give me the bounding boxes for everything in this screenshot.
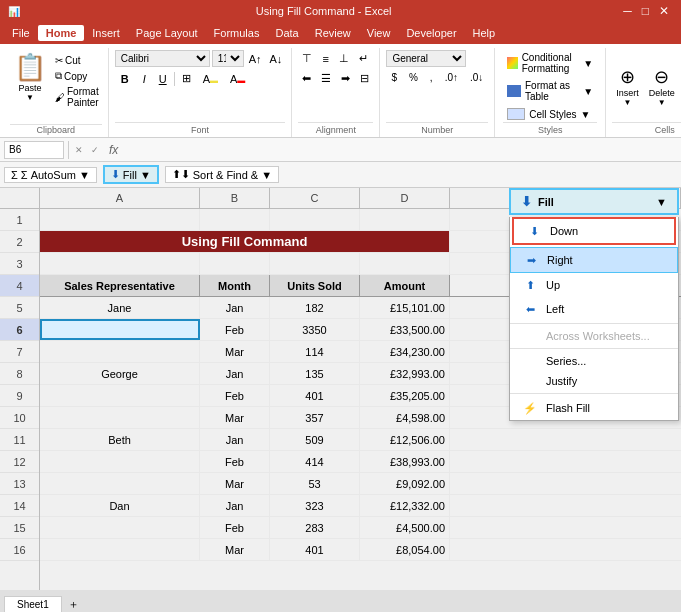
cell-3a[interactable]: [40, 253, 200, 274]
cell-14c[interactable]: 323: [270, 495, 360, 516]
cell-1c[interactable]: [270, 209, 360, 230]
cell-5b[interactable]: Jan: [200, 297, 270, 318]
merge-button[interactable]: ⊟: [356, 70, 373, 87]
cell-13d[interactable]: £9,092.00: [360, 473, 450, 494]
font-color-button[interactable]: A▬: [225, 71, 250, 87]
cell-1a[interactable]: [40, 209, 200, 230]
align-middle-button[interactable]: ≡: [318, 50, 332, 67]
cell-15c[interactable]: 283: [270, 517, 360, 538]
decrease-decimal-button[interactable]: .0↓: [465, 70, 488, 85]
cell-16b[interactable]: Mar: [200, 539, 270, 560]
fill-series-item[interactable]: Series...: [510, 351, 678, 371]
decrease-font-button[interactable]: A↓: [267, 52, 286, 66]
comma-button[interactable]: ,: [425, 70, 438, 85]
autosum-button[interactable]: Σ Σ AutoSum ▼: [4, 167, 97, 183]
menu-page-layout[interactable]: Page Layout: [128, 25, 206, 41]
cell-12e[interactable]: [450, 451, 681, 472]
cell-10d[interactable]: £4,598.00: [360, 407, 450, 428]
underline-button[interactable]: U: [154, 71, 172, 87]
bold-button[interactable]: B: [115, 71, 135, 87]
cell-9d[interactable]: £35,205.00: [360, 385, 450, 406]
cell-6d[interactable]: £33,500.00: [360, 319, 450, 340]
cell-15a[interactable]: [40, 517, 200, 538]
menu-formulas[interactable]: Formulas: [206, 25, 268, 41]
cell-9b[interactable]: Feb: [200, 385, 270, 406]
percent-button[interactable]: %: [404, 70, 423, 85]
cell-7a[interactable]: [40, 341, 200, 362]
cell-9c[interactable]: 401: [270, 385, 360, 406]
align-center-button[interactable]: ☰: [317, 70, 335, 87]
border-button[interactable]: ⊞: [177, 70, 196, 87]
number-format-select[interactable]: General: [386, 50, 466, 67]
cell-16d[interactable]: £8,054.00: [360, 539, 450, 560]
sheet-tab-1[interactable]: Sheet1: [4, 596, 62, 612]
increase-decimal-button[interactable]: .0↑: [440, 70, 463, 85]
close-button[interactable]: ✕: [655, 4, 673, 18]
fill-down-item[interactable]: ⬇ Down: [512, 217, 676, 245]
fill-up-item[interactable]: ⬆ Up: [510, 273, 678, 297]
cell-10c[interactable]: 357: [270, 407, 360, 428]
fill-right-item[interactable]: ➡ Right: [510, 247, 678, 273]
cell-15d[interactable]: £4,500.00: [360, 517, 450, 538]
title-cell[interactable]: Using Fill Command: [40, 231, 450, 252]
cell-14d[interactable]: £12,332.00: [360, 495, 450, 516]
cell-8b[interactable]: Jan: [200, 363, 270, 384]
cell-3c[interactable]: [270, 253, 360, 274]
cell-13c[interactable]: 53: [270, 473, 360, 494]
cell-14b[interactable]: Jan: [200, 495, 270, 516]
cell-10a[interactable]: [40, 407, 200, 428]
cell-styles-button[interactable]: Cell Styles ▼: [503, 106, 597, 122]
cell-14e[interactable]: [450, 495, 681, 516]
align-bottom-button[interactable]: ⊥: [335, 50, 353, 67]
cell-9a[interactable]: [40, 385, 200, 406]
cell-8d[interactable]: £32,993.00: [360, 363, 450, 384]
cell-13e[interactable]: [450, 473, 681, 494]
header-cell-sales[interactable]: Sales Representative: [40, 275, 200, 296]
cell-5d[interactable]: £15,101.00: [360, 297, 450, 318]
menu-review[interactable]: Review: [307, 25, 359, 41]
add-sheet-button[interactable]: ＋: [64, 597, 83, 612]
cell-11b[interactable]: Jan: [200, 429, 270, 450]
cell-7b[interactable]: Mar: [200, 341, 270, 362]
header-cell-amount[interactable]: Amount: [360, 275, 450, 296]
cell-3b[interactable]: [200, 253, 270, 274]
fill-button[interactable]: ⬇ Fill ▼: [103, 165, 159, 184]
align-top-button[interactable]: ⊤: [298, 50, 316, 67]
fill-left-item[interactable]: ⬅ Left: [510, 297, 678, 321]
menu-view[interactable]: View: [359, 25, 399, 41]
menu-developer[interactable]: Developer: [398, 25, 464, 41]
cell-10b[interactable]: Mar: [200, 407, 270, 428]
cell-11a[interactable]: Beth: [40, 429, 200, 450]
cell-1b[interactable]: [200, 209, 270, 230]
cell-11c[interactable]: 509: [270, 429, 360, 450]
cell-12c[interactable]: 414: [270, 451, 360, 472]
cut-button[interactable]: ✂Cut: [52, 54, 102, 67]
cell-11e[interactable]: [450, 429, 681, 450]
currency-button[interactable]: $: [386, 70, 402, 85]
conditional-formatting-button[interactable]: Conditional Formatting ▼: [503, 50, 597, 76]
font-family-select[interactable]: Calibri: [115, 50, 210, 67]
delete-cells-button[interactable]: ⊖ Delete ▼: [645, 64, 679, 109]
increase-font-button[interactable]: A↑: [246, 52, 265, 66]
fill-color-button[interactable]: A▬: [198, 71, 223, 87]
cell-15e[interactable]: [450, 517, 681, 538]
italic-button[interactable]: I: [137, 71, 152, 87]
formula-input[interactable]: [126, 144, 677, 156]
format-painter-button[interactable]: 🖌Format Painter: [52, 85, 102, 109]
fill-justify-item[interactable]: Justify: [510, 371, 678, 391]
fill-dropdown-header[interactable]: ⬇ Fill ▼: [509, 188, 679, 215]
cell-5c[interactable]: 182: [270, 297, 360, 318]
cell-14a[interactable]: Dan: [40, 495, 200, 516]
cell-13b[interactable]: Mar: [200, 473, 270, 494]
cell-1d[interactable]: [360, 209, 450, 230]
menu-data[interactable]: Data: [267, 25, 306, 41]
cell-6c[interactable]: 3350: [270, 319, 360, 340]
minimize-button[interactable]: ─: [619, 4, 636, 18]
cell-16c[interactable]: 401: [270, 539, 360, 560]
fill-flash-item[interactable]: ⚡ Flash Fill: [510, 396, 678, 420]
sort-find-button[interactable]: ⬆⬇ Sort & Find & ▼: [165, 166, 279, 183]
paste-button[interactable]: 📋 Paste ▼: [10, 50, 50, 104]
cell-15b[interactable]: Feb: [200, 517, 270, 538]
menu-insert[interactable]: Insert: [84, 25, 128, 41]
cell-6b[interactable]: Feb: [200, 319, 270, 340]
